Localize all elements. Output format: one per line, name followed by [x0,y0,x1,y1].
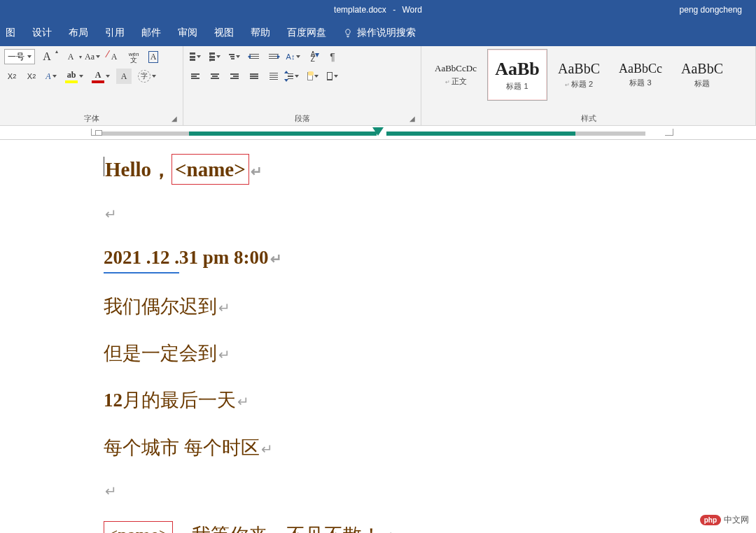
font-size-combo[interactable]: 一号 [4,49,35,64]
borders-button[interactable] [325,69,340,84]
user-name[interactable]: peng dongcheng [680,5,742,15]
text-run: 月的最后一天 [122,387,236,414]
align-justify-button[interactable] [246,69,262,84]
return-mark-icon: ↵ [382,527,394,533]
text-run: 2021 . [104,244,151,273]
ribbon: 一号 A A Aa ⁄A wén文 A X2 X2 A ab A A 字 字体◢ [0,46,756,126]
menu-baidu[interactable]: 百度网盘 [287,27,326,39]
text-effects-button[interactable]: A [43,69,59,84]
return-mark-icon: ↵ [261,439,273,460]
style-normal[interactable]: AaBbCcDc ↵正文 [426,49,486,101]
phonetic-guide-button[interactable]: wén文 [126,49,141,64]
text-run: ，我等你来，不见不散！ [173,522,381,533]
group-styles: AaBbCcDc ↵正文 AaBb 标题 1 AaBbC ↵标题 2 AaBbC… [421,46,756,125]
style-heading1[interactable]: AaBb 标题 1 [487,49,547,101]
title-filename: template.docx [334,5,386,15]
style-sample: AaBbCc [619,62,662,76]
doc-line-1[interactable]: Hello， <name> ↵ [104,154,756,185]
document-content[interactable]: Hello， <name> ↵ ↵ 2021 . 12 . 31 pm 8:00… [0,140,756,533]
superscript-button[interactable]: X2 [24,69,39,84]
style-sample: AaBbC [558,61,600,77]
change-case-button[interactable]: Aa [83,49,102,64]
highlight-button[interactable]: ab [63,69,85,84]
menu-view[interactable]: 视图 [214,27,234,39]
doc-line-5[interactable]: 12 月的最后一天↵ [104,387,756,414]
return-mark-icon: ↵ [237,392,249,412]
style-name: 标题 2 [571,80,593,88]
lightbulb-icon [343,28,353,38]
align-distribute-button[interactable] [266,69,281,84]
shading-button[interactable] [305,69,321,84]
grow-font-button[interactable]: A [39,49,55,64]
multilevel-button[interactable] [227,49,242,64]
group-font: 一号 A A Aa ⁄A wén文 A X2 X2 A ab A A 字 字体◢ [0,46,183,125]
char-border-button[interactable]: A [146,49,161,64]
ruler-right-margin-icon[interactable] [665,129,673,136]
title-bar: template.docx - Word peng dongcheng [0,0,756,20]
style-sample: AaBbCcDc [435,63,477,74]
style-heading2[interactable]: AaBbC ↵标题 2 [549,49,609,101]
increase-indent-button[interactable] [266,49,281,64]
style-heading3[interactable]: AaBbCc 标题 3 [610,49,671,101]
ruler-segment-active [386,132,575,136]
align-left-button[interactable] [188,69,203,84]
doc-line-empty1[interactable]: ↵ [104,204,756,225]
indent-marker-icon[interactable] [372,127,384,136]
text-run: 但是一定会到 [104,340,217,367]
group-font-label: 字体◢ [4,112,178,124]
style-name: 正文 [451,77,467,85]
subscript-button[interactable]: X2 [4,69,20,84]
return-mark-icon: ↵ [270,249,282,269]
paragraph-launcher-icon[interactable]: ◢ [410,115,415,122]
title-app: Word [402,5,421,15]
line-spacing-button[interactable] [286,69,301,84]
doc-line-6[interactable]: 每个城市 每个时区↵ [104,434,756,462]
doc-line-4[interactable]: 但是一定会到↵ [104,340,756,367]
show-marks-button[interactable]: ¶ [325,49,340,64]
bullets-button[interactable] [188,49,203,64]
placeholder-name: <name> [104,521,173,533]
pilcrow-icon: ↵ [565,82,570,88]
menu-tellme[interactable]: 操作说明搜索 [343,27,416,39]
shrink-font-button[interactable]: A [63,49,78,64]
menu-layout[interactable]: 布局 [69,27,88,39]
numbering-button[interactable]: 123 [207,49,223,64]
return-mark-icon: ↵ [218,345,230,365]
doc-line-3[interactable]: 我们偶尔迟到↵ [104,293,756,320]
watermark: php 中文网 [700,514,749,526]
menu-references[interactable]: 引用 [105,27,125,39]
return-mark-icon: ↵ [218,298,230,318]
sort-button[interactable]: AZ [305,49,321,64]
menu-view-partial[interactable]: 图 [6,27,15,39]
return-mark-icon: ↵ [105,204,117,225]
font-launcher-icon[interactable]: ◢ [172,115,177,122]
menu-tellme-label: 操作说明搜索 [357,27,416,39]
align-center-button[interactable] [207,69,223,84]
text-cursor [104,157,104,176]
watermark-text: 中文网 [724,514,749,526]
font-size-value: 一号 [8,51,24,63]
menu-design[interactable]: 设计 [32,27,52,39]
document-area[interactable]: Hello， <name> ↵ ↵ 2021 . 12 . 31 pm 8:00… [0,140,756,533]
placeholder-name: <name> [172,154,249,185]
menu-review[interactable]: 审阅 [178,27,197,39]
decrease-indent-button[interactable] [246,49,262,64]
font-color-button[interactable]: A [90,69,112,84]
clear-format-button[interactable]: ⁄A [106,49,122,64]
ruler-segment [98,132,189,136]
ruler[interactable] [0,126,756,140]
doc-line-2[interactable]: 2021 . 12 . 31 pm 8:00 ↵ [104,244,756,273]
text-run: Hello， [105,155,172,184]
style-title[interactable]: AaBbC 标题 [672,49,732,101]
first-line-indent-icon[interactable] [95,130,102,136]
text-run: 每个城市 每个时区 [104,434,260,462]
enclose-char-button[interactable]: 字 [136,69,158,84]
align-right-button[interactable] [227,69,242,84]
styles-gallery[interactable]: AaBbCcDc ↵正文 AaBb 标题 1 AaBbC ↵标题 2 AaBbC… [426,49,751,101]
text-direction-button[interactable]: A↕ [286,49,301,64]
char-shading-button[interactable]: A [116,69,132,84]
menu-help[interactable]: 帮助 [251,27,270,39]
doc-line-7[interactable]: <name> ，我等你来，不见不散！ ↵ [104,521,756,533]
doc-line-empty2[interactable]: ↵ [104,481,756,502]
menu-mailings[interactable]: 邮件 [141,27,161,39]
